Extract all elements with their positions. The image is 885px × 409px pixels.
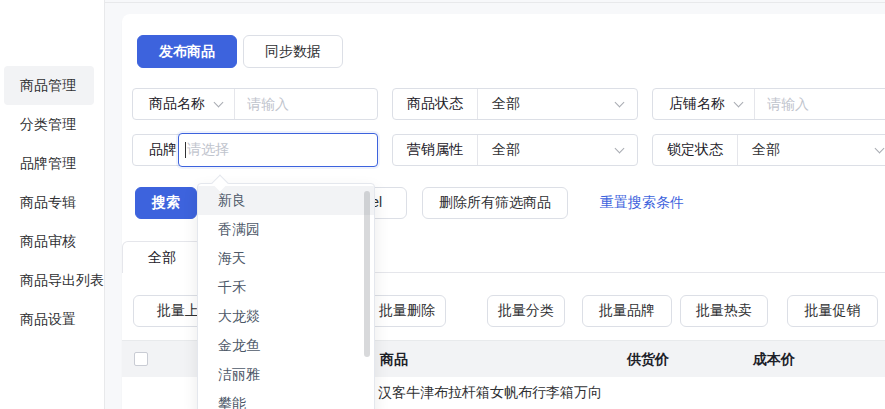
dropdown-option[interactable]: 千禾 — [198, 273, 374, 302]
delete-filtered-products-button[interactable]: 删除所有筛选商品 — [422, 187, 568, 219]
dropdown-option[interactable]: 海天 — [198, 244, 374, 273]
sidebar: 商品管理 分类管理 品牌管理 商品专辑 商品审核 商品导出列表 商品设置 — [0, 0, 105, 409]
dropdown-option[interactable]: 大龙燚 — [198, 302, 374, 331]
dropdown-option[interactable]: 金龙鱼 — [198, 331, 374, 360]
chevron-down-icon[interactable] — [615, 143, 625, 153]
column-product: 商品 — [380, 341, 408, 378]
dropdown-option[interactable]: 洁丽雅 — [198, 360, 374, 389]
text-caret — [185, 142, 186, 158]
sidebar-item-category-management[interactable]: 分类管理 — [0, 105, 104, 144]
batch-delete-button[interactable]: 批量删除 — [368, 295, 446, 327]
filter-lock-status[interactable]: 锁定状态 全部 — [652, 134, 885, 166]
product-name-cell: 汉客牛津布拉杆箱女帆布行李箱万向 — [378, 384, 602, 402]
filter-product-name-label[interactable]: 商品名称 — [133, 95, 215, 113]
product-name-input[interactable] — [235, 96, 377, 112]
dropdown-option[interactable]: 攀能 — [198, 389, 374, 409]
filter-lock-status-label: 锁定状态 — [653, 141, 737, 159]
dropdown-option[interactable]: 香满园 — [198, 215, 374, 244]
dropdown-scrollbar[interactable] — [364, 191, 370, 357]
filter-shop-name-label[interactable]: 店铺名称 — [653, 95, 735, 113]
chevron-down-icon[interactable] — [875, 143, 885, 153]
brand-select[interactable]: 请选择 — [178, 133, 378, 167]
sidebar-item-brand-management[interactable]: 品牌管理 — [0, 144, 104, 183]
search-button[interactable]: 搜索 — [135, 187, 197, 219]
batch-hot-sale-button[interactable]: 批量热卖 — [680, 295, 768, 327]
column-supply-price: 供货价 — [627, 341, 669, 378]
filter-marketing-attribute-label: 营销属性 — [393, 141, 477, 159]
sidebar-item-product-export-list[interactable]: 商品导出列表 — [0, 261, 104, 300]
batch-category-button[interactable]: 批量分类 — [487, 295, 565, 327]
batch-promotion-button[interactable]: 批量促销 — [787, 295, 878, 327]
product-status-value[interactable]: 全部 — [478, 95, 534, 113]
filter-shop-name: 店铺名称 — [652, 88, 885, 120]
lock-status-value[interactable]: 全部 — [738, 141, 794, 159]
shop-name-input[interactable] — [755, 96, 885, 112]
column-cost-price: 成本价 — [753, 341, 795, 378]
batch-brand-button[interactable]: 批量品牌 — [582, 295, 672, 327]
filter-product-status-label: 商品状态 — [393, 95, 477, 113]
reset-search-link[interactable]: 重置搜索条件 — [600, 187, 684, 219]
brand-dropdown: 新良 香满园 海天 千禾 大龙燚 金龙鱼 洁丽雅 攀能 — [197, 183, 375, 409]
chevron-down-icon[interactable] — [214, 97, 224, 107]
filter-marketing-attribute[interactable]: 营销属性 全部 — [392, 134, 638, 166]
marketing-attribute-value[interactable]: 全部 — [478, 141, 534, 159]
tab-all[interactable]: 全部 — [122, 241, 202, 273]
chevron-down-icon[interactable] — [734, 97, 744, 107]
chevron-down-icon[interactable] — [615, 97, 625, 107]
filter-product-name: 商品名称 — [132, 88, 378, 120]
sync-data-button[interactable]: 同步数据 — [243, 35, 343, 68]
select-all-checkbox[interactable] — [134, 352, 148, 366]
filter-product-status[interactable]: 商品状态 全部 — [392, 88, 638, 120]
top-divider — [105, 2, 885, 3]
dropdown-option[interactable]: 新良 — [198, 186, 374, 215]
sidebar-item-product-albums[interactable]: 商品专辑 — [0, 183, 104, 222]
sidebar-item-product-review[interactable]: 商品审核 — [0, 222, 104, 261]
brand-select-placeholder: 请选择 — [187, 141, 229, 159]
sidebar-item-product-management[interactable]: 商品管理 — [4, 66, 94, 105]
publish-product-button[interactable]: 发布商品 — [137, 35, 237, 68]
product-admin-page: 商品管理 分类管理 品牌管理 商品专辑 商品审核 商品导出列表 商品设置 发布商… — [0, 0, 885, 409]
sidebar-item-product-settings[interactable]: 商品设置 — [0, 300, 104, 339]
